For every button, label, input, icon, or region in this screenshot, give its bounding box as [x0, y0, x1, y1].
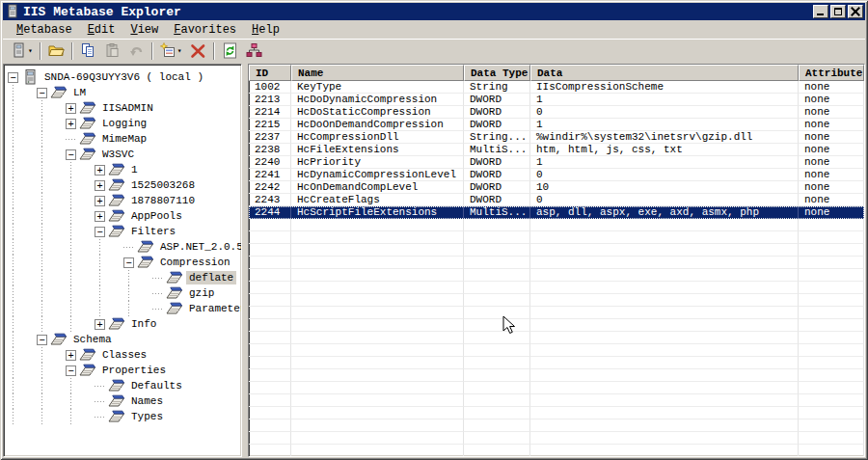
- tree-item-logging[interactable]: +Logging: [8, 116, 239, 131]
- list-row-1002[interactable]: 1002KeyTypeStringIIsCompressionSchemenon…: [249, 81, 864, 94]
- tree-guide-line: [37, 147, 66, 162]
- expand-toggle[interactable]: +: [95, 180, 105, 191]
- tree-item-label[interactable]: 1: [128, 163, 141, 176]
- tree-item-label[interactable]: 1525003268: [128, 178, 198, 192]
- dropdown-arrow-icon[interactable]: ▾: [28, 46, 33, 55]
- tree-item-1[interactable]: +1: [8, 162, 239, 177]
- dropdown-arrow-icon[interactable]: ▾: [177, 46, 182, 55]
- copy-button[interactable]: [76, 41, 100, 62]
- tree-item-label[interactable]: gzip: [186, 286, 217, 300]
- list-row-2238[interactable]: 2238HcFileExtensionsMultiS...htm, html, …: [249, 144, 864, 156]
- tree-item-mimemap[interactable]: MimeMap: [8, 131, 239, 147]
- tree-item-iisadmin[interactable]: +IISADMIN: [8, 100, 239, 116]
- collapse-toggle[interactable]: −: [8, 72, 18, 83]
- tree-item-label[interactable]: Parameters: [186, 302, 242, 315]
- menu-item-help[interactable]: Help: [244, 21, 287, 39]
- tree-item-names[interactable]: Names: [8, 393, 239, 409]
- list-row-2240[interactable]: 2240HcPriorityDWORD1none: [249, 156, 864, 169]
- column-header-name[interactable]: Name: [291, 65, 464, 81]
- tree-item-label[interactable]: Defaults: [128, 379, 185, 392]
- key-icon: [79, 116, 96, 131]
- tree-item-label[interactable]: Classes: [99, 348, 149, 362]
- menu-item-edit[interactable]: Edit: [80, 21, 123, 39]
- list-row-2244[interactable]: 2244HcScriptFileExtensionsMultiS...asp, …: [249, 206, 864, 219]
- expand-toggle[interactable]: +: [66, 350, 76, 361]
- list-row-2215[interactable]: 2215HcDoOnDemandCompressionDWORD1none: [249, 119, 864, 131]
- tree-item-label[interactable]: LM: [70, 86, 89, 99]
- new-key-button[interactable]: ▾: [156, 41, 186, 62]
- expand-toggle[interactable]: +: [95, 196, 105, 206]
- tree-item-label[interactable]: W3SVC: [99, 148, 137, 161]
- list-row-2213[interactable]: 2213HcDoDynamicCompressionDWORD1none: [249, 94, 864, 106]
- tree-item-label[interactable]: Compression: [157, 256, 233, 269]
- expand-toggle[interactable]: +: [66, 103, 76, 114]
- collapse-toggle[interactable]: −: [95, 227, 105, 237]
- list-row-2237[interactable]: 2237HcCompressionDllString...%windir%\sy…: [249, 131, 864, 144]
- list-row-2243[interactable]: 2243HcCreateFlagsDWORD0none: [249, 194, 864, 206]
- toolbar-separator: [40, 42, 41, 60]
- menu-item-metabase[interactable]: Metabase: [9, 21, 80, 39]
- expand-toggle[interactable]: +: [95, 319, 105, 330]
- tree-item-compression[interactable]: −Compression: [8, 255, 239, 270]
- tree-item-label[interactable]: Filters: [128, 225, 178, 238]
- tree-item-parameters[interactable]: Parameters: [8, 301, 239, 316]
- tree-item-types[interactable]: Types: [8, 409, 239, 424]
- refresh-button[interactable]: [218, 41, 242, 62]
- tree-item-label[interactable]: AppPools: [128, 209, 185, 223]
- tree-item-label[interactable]: Schema: [70, 333, 115, 346]
- open-button[interactable]: [44, 41, 68, 62]
- tree-item-classes[interactable]: +Classes: [8, 347, 239, 363]
- minimize-button[interactable]: [813, 5, 828, 18]
- tree-item-label[interactable]: IISADMIN: [99, 101, 156, 115]
- column-header-data[interactable]: Data: [530, 65, 799, 81]
- list-row-2242[interactable]: 2242HcOnDemandCompLevelDWORD10none: [249, 181, 864, 194]
- menu-item-view[interactable]: View: [122, 21, 166, 39]
- tree-item-label[interactable]: Names: [128, 394, 166, 408]
- collapse-toggle[interactable]: −: [123, 257, 134, 268]
- tree-item-asp-net-2-0-50727-0[interactable]: ASP.NET_2.0.50727.0: [8, 239, 239, 255]
- tree-item-label[interactable]: MimeMap: [99, 132, 149, 146]
- collapse-toggle[interactable]: −: [66, 149, 76, 160]
- tree-item-label[interactable]: Types: [128, 410, 166, 423]
- tree-item-defaults[interactable]: Defaults: [8, 378, 239, 393]
- tree-item-label[interactable]: SNDA-69Q3UYY3V6 ( local ): [41, 70, 206, 84]
- maximize-button[interactable]: [830, 5, 846, 18]
- expand-toggle[interactable]: +: [66, 119, 76, 129]
- tree-item-1525003268[interactable]: +1525003268: [8, 177, 239, 193]
- column-header-data-type[interactable]: Data Type: [464, 65, 530, 81]
- tree-item-filters[interactable]: −Filters: [8, 224, 239, 239]
- tree-item-1878807110[interactable]: +1878807110: [8, 193, 239, 208]
- tree-item-deflate[interactable]: deflate: [8, 270, 239, 285]
- tree-item-label[interactable]: Info: [128, 317, 159, 331]
- tree-item-label[interactable]: Logging: [99, 117, 149, 130]
- connect-button[interactable]: ▾: [7, 41, 37, 62]
- empty-row: [249, 319, 864, 332]
- view-hierarchy-button[interactable]: [242, 41, 266, 62]
- list-row-2241[interactable]: 2241HcDynamicCompressionLevelDWORD0none: [249, 169, 864, 181]
- collapse-toggle[interactable]: −: [66, 365, 76, 376]
- title-bar[interactable]: IIS Metabase Explorer: [3, 3, 865, 20]
- close-button[interactable]: [848, 5, 863, 18]
- tree-item-label[interactable]: Properties: [99, 364, 169, 377]
- list-row-2214[interactable]: 2214HcDoStaticCompressionDWORD0none: [249, 106, 864, 119]
- expand-toggle[interactable]: +: [95, 211, 105, 222]
- tree-item-label[interactable]: 1878807110: [128, 194, 198, 207]
- tree-item-properties[interactable]: −Properties: [8, 363, 239, 378]
- menu-item-favorites[interactable]: Favorites: [166, 21, 244, 39]
- tree-item-label[interactable]: deflate: [186, 271, 236, 284]
- column-header-id[interactable]: ID: [249, 65, 291, 81]
- tree-item-schema[interactable]: −Schema: [8, 332, 239, 347]
- tree-item-label[interactable]: ASP.NET_2.0.50727.0: [157, 240, 242, 254]
- delete-button[interactable]: [186, 41, 210, 62]
- tree-item-info[interactable]: +Info: [8, 316, 239, 332]
- tree-item-apppools[interactable]: +AppPools: [8, 208, 239, 224]
- empty-row: [249, 307, 864, 319]
- collapse-toggle[interactable]: −: [37, 88, 47, 98]
- tree-item-lm[interactable]: −LM: [8, 85, 239, 100]
- collapse-toggle[interactable]: −: [37, 335, 47, 345]
- tree-item-snda-69q3uyy3v6-local[interactable]: −SNDA-69Q3UYY3V6 ( local ): [8, 69, 239, 85]
- tree-item-gzip[interactable]: gzip: [8, 285, 239, 301]
- expand-toggle[interactable]: +: [95, 165, 105, 176]
- tree-item-w3svc[interactable]: −W3SVC: [8, 147, 239, 162]
- column-header-attributes[interactable]: Attributes: [799, 65, 864, 81]
